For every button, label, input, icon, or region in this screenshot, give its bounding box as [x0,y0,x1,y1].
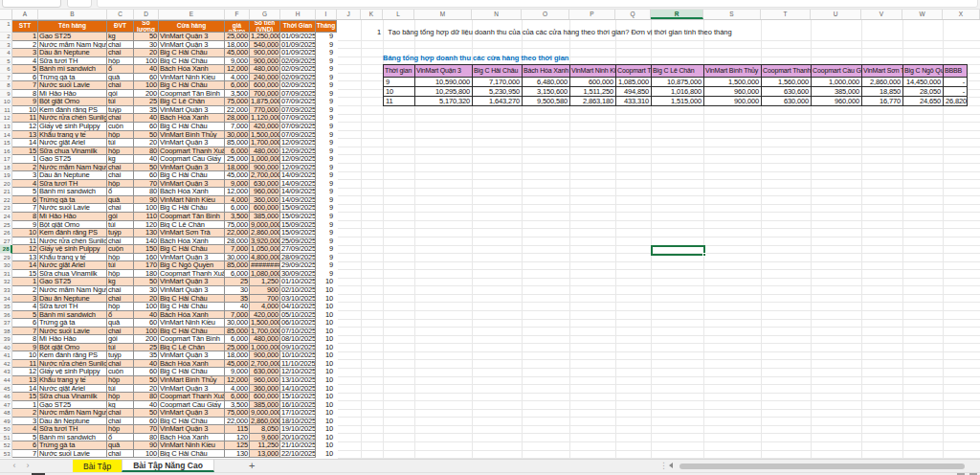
table-cell[interactable]: Bách Hóa Xanh [159,238,225,246]
cell-name-box[interactable] [2,0,61,8]
table-cell[interactable]: 25/09/2025 [280,238,316,246]
table-cell[interactable]: túi [107,98,134,106]
pivot-cell[interactable]: 26,820 [944,97,968,106]
table-cell[interactable]: 18,000 [225,41,250,50]
table-cell[interactable]: 1,500,000 [250,319,280,328]
table-cell[interactable]: quả [107,74,134,82]
table-cell[interactable]: 9 [316,74,337,82]
table-cell[interactable]: 28,000 [225,238,250,246]
table-cell[interactable]: 9 [12,98,38,106]
table-cell[interactable]: VinMart Quận 3 [159,106,225,115]
table-cell[interactable]: Coopmart Tân Bình [159,90,225,99]
table-cell[interactable]: Giấy vệ sinh Pulppy [38,245,107,254]
row-header-14[interactable]: 14 [0,131,12,140]
table-cell[interactable]: Nước suối Lavie [38,328,107,336]
table-cell[interactable]: Bánh mì sandwich [38,311,107,320]
table-cell[interactable]: 30,000 [225,319,250,328]
table-cell[interactable]: Kem đánh răng PS [38,351,107,360]
table-cell[interactable]: 1,120,000 [250,114,280,123]
table-cell[interactable]: 12/10/2025 [280,368,316,376]
pivot-header-cell[interactable]: Big C Ngô Quyền [903,65,944,78]
table-cell[interactable]: 30/09/2025 [280,270,316,279]
table-cell[interactable]: 14/09/2025 [280,171,316,180]
table-cell[interactable]: 14/10/2025 [280,385,316,394]
table-cell[interactable]: VinMart Quận 3 [159,139,225,147]
table-cell[interactable]: Bột giặt Omo [38,98,107,106]
table-cell[interactable]: 13 [12,254,38,262]
table-cell[interactable]: Nước giặt Ariel [38,261,107,270]
table-cell[interactable]: Giấy vệ sinh Pulppy [38,368,107,376]
pivot-header-cell[interactable]: BBBB [944,65,968,78]
table-cell[interactable]: 600,000 [250,81,280,90]
table-cell[interactable]: Big C Hải Châu [159,418,225,426]
table-cell[interactable]: Mì Hảo Hảo [38,213,107,221]
table-cell[interactable]: kg [107,278,134,286]
table-cell[interactable]: chai [107,41,134,50]
table-cell[interactable]: 4,000 [225,74,250,82]
table-cell[interactable]: 09/10/2025 [280,344,316,352]
pivot-header-cell[interactable]: Coopmart Cầu Giấy [812,65,862,78]
table-cell[interactable]: hộp [107,147,134,156]
row-header-23[interactable]: 23 [0,204,12,213]
table-cell[interactable]: 200 [134,335,159,344]
table-cell[interactable]: 385,000 [250,401,280,410]
table-cell[interactable]: 9,600 [250,434,280,442]
table-cell[interactable]: 600,000 [250,393,280,401]
row-header-27[interactable]: 27 [0,238,12,246]
table-cell[interactable]: hộp [107,393,134,401]
table-cell[interactable]: Dầu ăn Neptune [38,418,107,426]
table-cell[interactable]: 900 [250,286,280,295]
table-cell[interactable]: 1 [12,401,38,410]
table-cell[interactable]: 7,000 [225,245,250,254]
row-header-13[interactable]: 13 [0,123,12,131]
table-cell[interactable]: kg [107,401,134,410]
tab-scroll-left-icon[interactable]: ‹ [8,460,21,472]
table-cell[interactable]: 30 [134,286,159,295]
table-cell[interactable]: 10 [316,295,337,304]
table-cell[interactable]: 75,000 [225,409,250,418]
table-cell[interactable]: 30,000 [225,254,250,262]
table-cell[interactable]: 20 [134,295,159,304]
table-cell[interactable]: hộp [107,425,134,434]
table-cell[interactable]: 20/10/2025 [280,434,316,442]
table-cell[interactable]: 9,000 [225,57,250,66]
row-header-36[interactable]: 36 [0,311,12,320]
row-header-42[interactable]: 42 [0,360,12,369]
table-cell[interactable]: 10 [316,303,337,311]
table-cell[interactable]: 28,000 [225,114,250,123]
pivot-cell[interactable]: 16,770 [862,97,903,106]
table-cell[interactable]: 9 [316,123,337,131]
table-cell[interactable]: 1 [12,33,38,41]
table-cell[interactable]: 15/09/2025 [280,204,316,213]
table-column-header[interactable]: Số lượng [134,20,159,33]
table-cell[interactable]: Bách Hóa Xanh [159,65,225,74]
scroll-left-icon[interactable] [669,463,673,468]
table-cell[interactable]: 100 [134,57,159,66]
table-cell[interactable]: 13 [12,131,38,140]
table-cell[interactable]: 60 [134,368,159,376]
table-cell[interactable]: 25 [225,278,250,286]
table-cell[interactable]: 9,000,000 [250,409,280,418]
table-cell[interactable]: Coopmart Tân Bình [159,335,225,344]
table-cell[interactable]: 75,000 [225,98,250,106]
table-cell[interactable]: Big C Lê Chân [159,344,225,352]
table-cell[interactable]: VinMart Quận 3 [159,164,225,172]
selected-cell[interactable] [651,245,705,256]
table-cell[interactable]: 35 [225,295,250,304]
table-cell[interactable]: Big C Ngô Quyền [159,261,225,270]
table-cell[interactable]: 12,000 [225,188,250,196]
table-cell[interactable]: Kem đánh răng PS [38,229,107,238]
table-cell[interactable]: 10 [316,441,337,450]
table-cell[interactable]: 01/09/2025 [280,33,316,41]
table-cell[interactable]: 12/09/2025 [280,155,316,164]
table-cell[interactable]: Big C Hải Châu [159,303,225,311]
table-cell[interactable]: 12 [12,123,38,131]
table-cell[interactable]: 9 [316,213,337,221]
table-cell[interactable]: kg [107,33,134,41]
row-header-37[interactable]: 37 [0,319,12,328]
table-cell[interactable]: 07/09/2025 [280,123,316,131]
table-cell[interactable]: 18,000 [225,351,250,360]
table-cell[interactable]: 60 [134,171,159,180]
table-cell[interactable]: Coopmart Thanh Xuân [159,393,225,401]
table-cell[interactable]: 360,000 [250,196,280,205]
